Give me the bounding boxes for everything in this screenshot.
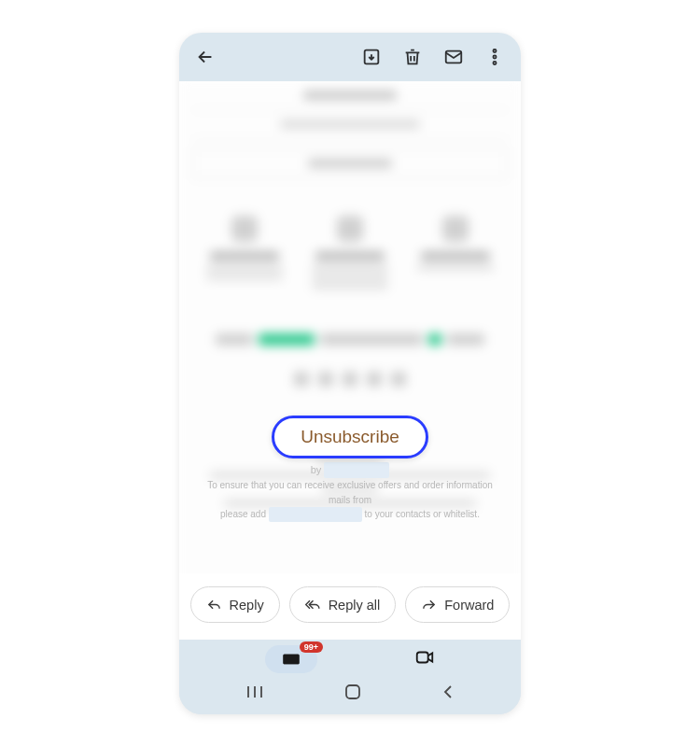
fineprint-line2a: please add	[220, 509, 266, 519]
svg-rect-6	[346, 685, 359, 698]
archive-button[interactable]	[355, 40, 388, 74]
tab-meet[interactable]	[414, 647, 435, 671]
unsubscribe-button[interactable]: Unsubscribe	[272, 416, 428, 458]
email-content[interactable]: Unsubscribe by To ensure that you can re…	[179, 81, 521, 640]
phone-frame: Unsubscribe by To ensure that you can re…	[179, 33, 521, 714]
svg-point-4	[493, 62, 496, 64]
trash-icon	[402, 47, 423, 67]
overflow-button[interactable]	[478, 40, 511, 74]
meet-icon	[414, 647, 435, 668]
svg-point-3	[493, 55, 496, 58]
more-vert-icon	[484, 47, 505, 67]
back-icon	[441, 684, 455, 699]
reply-all-label: Reply all	[329, 598, 381, 613]
envelope-icon	[443, 47, 464, 67]
forward-button[interactable]: Forward	[405, 586, 510, 623]
home-icon	[344, 684, 361, 700]
reply-all-button[interactable]: Reply all	[289, 586, 397, 623]
redacted-sender	[324, 462, 389, 478]
back-button[interactable]	[189, 40, 222, 74]
mail-icon	[282, 650, 301, 669]
reply-icon	[206, 597, 222, 613]
reply-all-icon	[305, 597, 321, 613]
redacted-address	[269, 507, 362, 522]
nav-recents[interactable]	[245, 684, 264, 703]
mark-unread-button[interactable]	[437, 40, 470, 74]
unsubscribe-callout: Unsubscribe	[179, 416, 521, 458]
fineprint-line1: To ensure that you can receive exclusive…	[200, 478, 500, 507]
email-body-blurred	[179, 81, 521, 640]
archive-icon	[361, 47, 382, 67]
action-row: Reply Reply all Forward	[179, 573, 521, 640]
by-text: by	[311, 464, 322, 475]
reply-button[interactable]: Reply	[190, 586, 280, 623]
nav-home[interactable]	[344, 684, 361, 704]
fineprint-line2b: to your contacts or whitelist.	[365, 509, 480, 519]
email-fineprint: by To ensure that you can receive exclus…	[179, 462, 521, 522]
mail-badge: 99+	[300, 641, 323, 653]
forward-label: Forward	[444, 598, 494, 613]
forward-icon	[421, 597, 437, 613]
recents-icon	[245, 684, 264, 699]
bottom-tab-bar: 99+	[179, 640, 521, 679]
arrow-left-icon	[195, 47, 216, 67]
tab-mail[interactable]: 99+	[265, 645, 317, 673]
nav-back[interactable]	[441, 684, 455, 703]
svg-point-2	[493, 49, 496, 52]
delete-button[interactable]	[396, 40, 429, 74]
android-nav-bar	[179, 679, 521, 714]
svg-rect-5	[417, 653, 428, 663]
reply-label: Reply	[230, 598, 264, 613]
app-bar	[179, 33, 521, 81]
